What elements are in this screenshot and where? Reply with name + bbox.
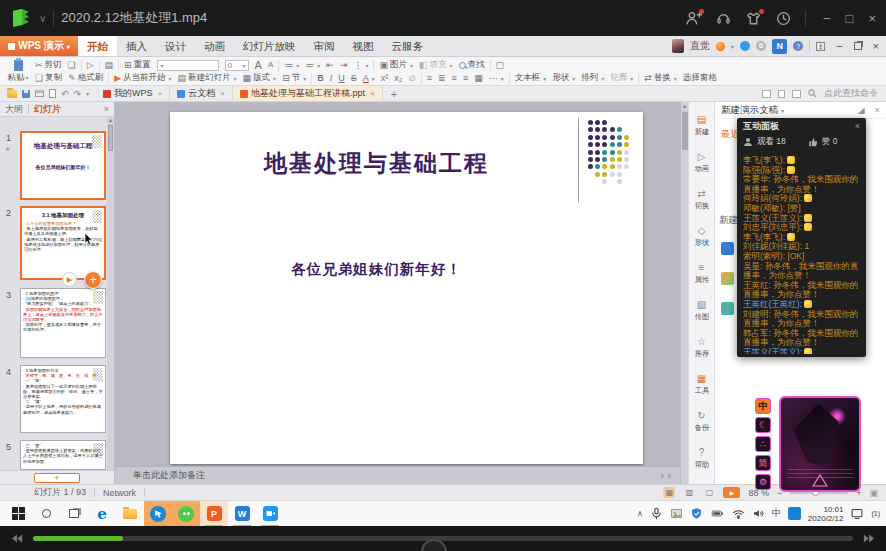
ribbon-icon[interactable]: ▤ <box>104 61 115 70</box>
likes-icon[interactable] <box>808 137 818 147</box>
player-logo-dropdown[interactable]: ∨ <box>39 13 46 24</box>
slide-canvas[interactable]: 地基处理与基础工程 各位兄弟姐妹们新年好！ <box>115 102 680 466</box>
ribbon-从当前开始[interactable]: ▶从当前开始▾ <box>113 72 172 84</box>
wifi-icon[interactable] <box>732 507 745 520</box>
ribbon-icon[interactable]: A <box>254 60 263 71</box>
sidebar-tool-shapes[interactable]: ◇形状 <box>689 218 714 255</box>
current-slide[interactable]: 地基处理与基础工程 各位兄弟姐妹们新年好！ <box>170 112 643 464</box>
window-icon[interactable] <box>792 90 801 98</box>
taskbar-app-wps[interactable]: P <box>200 501 228 527</box>
sidebar-tool-animation[interactable]: ▷动画 <box>689 144 714 181</box>
ribbon-查找[interactable]: 查找 <box>458 59 486 71</box>
avatar[interactable] <box>672 39 684 53</box>
ribbon-文本框[interactable]: 文本框▾ <box>514 72 548 84</box>
print-preview-icon[interactable] <box>49 89 56 98</box>
redo-icon[interactable]: ↷ <box>74 89 82 99</box>
ribbon-icon[interactable]: A▾ <box>362 74 376 83</box>
sidebar-tool-transition[interactable]: ⇄切换 <box>689 181 714 218</box>
menu-tab-动画[interactable]: 动画 <box>195 36 234 56</box>
taskbar-app-wechat[interactable] <box>172 501 200 527</box>
menu-tab-幻灯片放映[interactable]: 幻灯片放映 <box>234 36 305 56</box>
menu-tab-设计[interactable]: 设计 <box>156 36 195 56</box>
player-logo-icon[interactable] <box>10 7 32 29</box>
volume-icon[interactable] <box>752 507 765 520</box>
ribbon-icon[interactable]: B <box>316 74 325 83</box>
slide-thumbnail-4[interactable]: · 3 地基加固的方法· 关键字：换、填、挤、夯、压、排、拌· 一、“换”· 将… <box>20 365 106 433</box>
scrollbar-thumb[interactable] <box>108 125 113 151</box>
menu-tab-审阅[interactable]: 审阅 <box>305 36 344 56</box>
menu-tab-开始[interactable]: 开始 <box>78 36 117 56</box>
tab-outline[interactable]: 大纲 <box>5 103 23 116</box>
ribbon-icon[interactable]: ⇤ <box>325 61 335 70</box>
microphone-icon[interactable] <box>650 507 663 520</box>
ribbon-版式[interactable]: ▦版式▾ <box>242 72 278 84</box>
ribbon-图片[interactable]: ▣图片▾ <box>378 59 414 71</box>
notes-placeholder[interactable]: 单击此处添加备注 ∧ ∨ <box>115 466 680 484</box>
ribbon-icon[interactable]: ▷ <box>86 61 95 70</box>
close-icon[interactable]: × <box>104 104 109 114</box>
ribbon-icon[interactable]: ▾ <box>156 60 220 71</box>
screenshot-tool-icon[interactable] <box>670 507 683 520</box>
menu-tab-视图[interactable]: 视图 <box>344 36 383 56</box>
chart-template-icon[interactable] <box>721 302 734 315</box>
ime-mode-indicator[interactable]: 中 <box>772 507 781 520</box>
expand-icon[interactable]: ◢ <box>858 105 865 115</box>
new-label[interactable]: 新建 <box>719 214 738 227</box>
sidebar-tool-recommend[interactable]: ☆推荐 <box>689 329 714 366</box>
ribbon-icon[interactable]: x₂ <box>393 74 403 83</box>
font-name-box[interactable]: ▾ <box>157 60 219 71</box>
ribbon-icon[interactable]: ≡ <box>462 74 469 83</box>
wps-app-menu[interactable]: WPS 演示 ▾ <box>0 36 78 56</box>
slide-title[interactable]: 地基处理与基础工程 <box>170 148 583 179</box>
ribbon-重置[interactable]: ⊞重置 <box>123 59 152 71</box>
ribbon-icon[interactable]: ≡ <box>426 74 433 83</box>
ribbon-icon[interactable]: ⇥ <box>339 61 349 70</box>
scroll-up-icon[interactable]: ▲ <box>107 117 114 124</box>
paste-button[interactable]: 粘贴▾ <box>5 59 31 84</box>
sidebar-tool-properties[interactable]: ≡属性 <box>689 255 714 292</box>
ime-simplified-icon[interactable]: 简 <box>755 455 771 471</box>
view-normal-button[interactable]: ▦ <box>663 487 675 498</box>
close-icon[interactable]: × <box>220 89 225 98</box>
battery-icon[interactable] <box>710 507 725 520</box>
menu-tab-云服务[interactable]: 云服务 <box>383 36 433 56</box>
ribbon-icon[interactable]: x² <box>380 74 390 83</box>
wps-restore-button[interactable] <box>854 42 862 50</box>
taskbar-app-search[interactable] <box>32 501 60 527</box>
ribbon-icon[interactable]: ▢ <box>495 61 506 70</box>
ribbon-icon[interactable]: 0▾ <box>224 60 250 71</box>
search-icon[interactable] <box>808 89 817 98</box>
input-app-icon[interactable] <box>788 507 801 520</box>
ribbon-选择窗格[interactable]: 选择窗格 <box>682 72 718 84</box>
open-file-icon[interactable] <box>7 90 17 98</box>
notification-center-icon[interactable] <box>850 507 864 520</box>
wps-close-button[interactable]: × <box>873 40 879 52</box>
skip-forward-icon[interactable] <box>862 532 877 545</box>
fit-window-icon[interactable]: ▣ <box>869 488 878 498</box>
ime-fullmoon-icon[interactable]: ☾ <box>755 417 771 433</box>
slide-greeting[interactable]: 各位兄弟姐妹们新年好！ <box>170 260 583 279</box>
save-icon[interactable] <box>22 90 30 98</box>
ribbon-填充[interactable]: ◧填充▾ <box>418 59 454 71</box>
help-icon[interactable]: ? <box>793 41 803 51</box>
ribbon-icon[interactable]: ⋯▾ <box>488 74 505 83</box>
slide-thumbnail-1[interactable]: 地基处理与基础工程各位兄弟姐妹们新年好！ <box>20 131 106 200</box>
account-name[interactable]: 直觉 <box>690 39 710 53</box>
canvas-scrollbar[interactable]: ▲ <box>680 102 688 484</box>
thumbnail-scrollbar[interactable]: ▲ <box>107 117 114 470</box>
feedback-icon[interactable] <box>740 41 750 51</box>
view-reading-button[interactable]: ▢ <box>703 487 715 498</box>
ribbon-排列[interactable]: 排列▾ <box>580 72 605 84</box>
scroll-up-icon[interactable]: ▲ <box>681 102 688 110</box>
thumb-play-button[interactable]: ▶ <box>62 272 77 287</box>
player-minimize-button[interactable]: − <box>823 11 831 26</box>
ribbon-icon[interactable]: ⊘ <box>407 74 417 83</box>
seek-bar[interactable] <box>33 536 853 541</box>
picture-template-icon[interactable] <box>721 272 734 285</box>
ribbon-节[interactable]: ⊟节▾ <box>281 72 307 84</box>
taskbar-app-video-app[interactable] <box>256 501 284 527</box>
ribbon-collapse-icon[interactable]: ↥ <box>816 42 825 51</box>
ribbon-轮廓[interactable]: 轮廓▾ <box>609 72 634 84</box>
refresh-template-icon[interactable] <box>721 242 734 255</box>
player-close-button[interactable]: × <box>868 11 876 26</box>
